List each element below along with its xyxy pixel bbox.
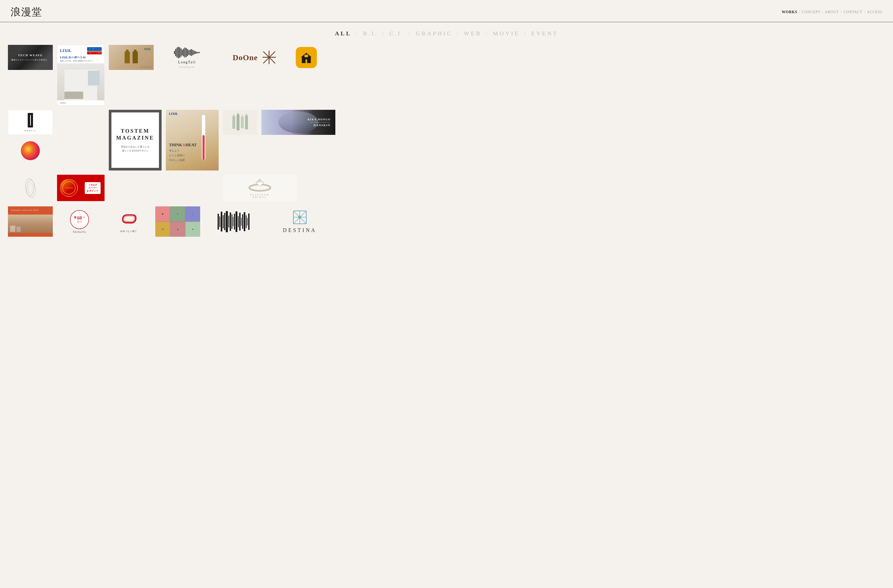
think-heat-content: THINK♨HEAT 考えようヒトと地球にやさしい温度 bbox=[169, 142, 197, 163]
portfolio-row-2: MARVIS TOSTEMMAGAZINE 窓辺から住まいと暮らしを楽しくするW… bbox=[8, 110, 885, 171]
lixil-tagline: 追求したのは、住宅に調和するデザイン。 bbox=[60, 60, 102, 62]
gurunavi-emblem: ぐるなび bbox=[60, 179, 78, 197]
filter-sep-6: / bbox=[524, 30, 530, 37]
filter-sep-3: / bbox=[409, 30, 415, 37]
nav-sep-1: / bbox=[799, 10, 800, 14]
nav-sep-4: / bbox=[864, 10, 865, 14]
danskin-content: RIKA HONGO AS EXERCISED BY DANSKIN bbox=[308, 118, 331, 127]
filter-all[interactable]: ALL bbox=[335, 30, 352, 37]
list-item[interactable]: 松本つなぐ横丁 bbox=[106, 206, 151, 237]
nav-item-about[interactable]: ABOUT bbox=[825, 10, 839, 14]
filter-sep-2: / bbox=[382, 30, 388, 37]
list-item[interactable]: TECH WEAVE繊維からテクノロジーに変える奥深さ。 bbox=[8, 45, 53, 70]
nav-item-concept[interactable]: CONCEPT bbox=[802, 10, 820, 14]
list-item[interactable]: DESTINA bbox=[267, 206, 333, 237]
list-item[interactable]: Lifestyle collection 2016 bbox=[8, 206, 53, 237]
list-item[interactable]: RIKA HONGO AS EXERCISED BY DANSKIN bbox=[262, 110, 335, 135]
filter-bi[interactable]: B.I. bbox=[363, 30, 378, 37]
color-circle bbox=[21, 141, 40, 160]
list-item[interactable]: MM サンプルヘルス bbox=[109, 45, 154, 70]
filter-sep-1: / bbox=[356, 30, 362, 37]
shibata-label: ShibaTa bbox=[73, 230, 86, 233]
nav-sep-3: / bbox=[840, 10, 842, 14]
lixil-new-badge: NEW ワイド登場 bbox=[87, 51, 102, 54]
list-item[interactable]: DoOne bbox=[220, 45, 289, 70]
svg-point-9 bbox=[28, 183, 33, 193]
ring-icon bbox=[244, 178, 276, 192]
list-item[interactable]: MARVIS bbox=[8, 110, 53, 163]
doone-cross-icon bbox=[262, 50, 277, 64]
list-item[interactable]: 食 60 TH 知 力 ShibaTa bbox=[57, 206, 102, 237]
filter-ci[interactable]: C.I. bbox=[389, 30, 404, 37]
lixil-logo: LIXIL bbox=[60, 49, 72, 53]
list-item[interactable] bbox=[293, 45, 320, 70]
sculpture-icon bbox=[23, 177, 38, 198]
filter-web[interactable]: WEB bbox=[464, 30, 481, 37]
list-item[interactable]: ◆ ◇ ○ ★ ▲ ● bbox=[155, 206, 200, 237]
svg-rect-5 bbox=[304, 55, 308, 57]
list-item[interactable]: TOSTEMMAGAZINE 窓辺から住まいと暮らしを楽しくするWEBマガジン bbox=[109, 110, 162, 171]
list-item[interactable]: LIXIL THINK♨HEAT 考えようヒトと地球にやさしい温度 bbox=[166, 110, 219, 171]
lixil-badge: カーポート SC bbox=[87, 47, 102, 51]
filter-event[interactable]: EVENT bbox=[531, 30, 558, 37]
nav-item-access[interactable]: ACCESS bbox=[867, 10, 882, 14]
filter-sep-5: / bbox=[486, 30, 492, 37]
list-item[interactable]: ぐるなび ぐるなび スーパー ● ポイント bbox=[57, 175, 105, 201]
destina-title: DESTINA bbox=[283, 227, 317, 233]
list-item[interactable]: LongTail LiveStation bbox=[158, 45, 216, 70]
lifestyle-title: Lifestyle collection 2016 bbox=[8, 206, 53, 214]
portfolio-row-3: ぐるなび ぐるなび スーパー ● ポイント bbox=[8, 175, 885, 201]
nav-sep-2: / bbox=[822, 10, 823, 14]
list-item[interactable] bbox=[8, 175, 53, 201]
shibata-circle: 食 60 TH 知 力 bbox=[70, 210, 89, 229]
portfolio-row-4: Lifestyle collection 2016 食 60 TH bbox=[8, 206, 885, 237]
barcode-bars bbox=[204, 206, 263, 237]
portfolio-row-1: TECH WEAVE繊維からテクノロジーに変える奥深さ。 LIXIL カーポート… bbox=[8, 45, 885, 106]
house-app-icon bbox=[300, 51, 313, 64]
svg-marker-4 bbox=[301, 53, 311, 63]
lixil-think-brand: LIXIL bbox=[166, 110, 219, 118]
filter-bar: ALL / B.I. / C.I. / GRAPHIC / WEB / MOVI… bbox=[0, 22, 893, 42]
filter-graphic[interactable]: GRAPHIC bbox=[416, 30, 453, 37]
nav-item-works[interactable]: WORKS bbox=[782, 10, 797, 14]
list-item[interactable]: LIXIL カーポート SC NEW ワイド登場 LIXILカーポートSC 追求… bbox=[57, 45, 105, 106]
thermometer bbox=[202, 114, 205, 160]
lixil-footer: 2018.8 bbox=[57, 100, 104, 106]
nav-item-contact[interactable]: CONTACT bbox=[843, 10, 862, 14]
sample-health-label: サンプルヘルス bbox=[140, 66, 152, 68]
marvis-label: MARVIS bbox=[24, 130, 36, 132]
list-item[interactable] bbox=[204, 206, 263, 237]
doone-logo-text: DoOne bbox=[233, 53, 258, 62]
site-title: 浪漫堂 bbox=[11, 5, 42, 19]
matsumoto-text: 松本つなぐ横丁 bbox=[120, 230, 137, 233]
matsumoto-icon bbox=[118, 210, 139, 229]
filter-movie[interactable]: MOVIE bbox=[493, 30, 520, 37]
list-item[interactable]: PLATINUMBRIDAL bbox=[223, 175, 297, 201]
main-nav: WORKS / CONCEPT / ABOUT / CONTACT / ACCE… bbox=[782, 10, 882, 14]
gurunavi-badge: ぐるなび スーパー ● ポイント bbox=[85, 182, 101, 194]
list-item[interactable] bbox=[223, 110, 257, 135]
svg-point-6 bbox=[24, 178, 37, 198]
tostem-subtitle: 窓辺から住まいと暮らしを楽しくするWEBマガジン bbox=[121, 145, 149, 153]
longtail-name: LongTail bbox=[178, 60, 195, 64]
svg-point-7 bbox=[26, 180, 35, 196]
tech-weave-title: TECH WEAVE繊維からテクノロジーに変える奥深さ。 bbox=[11, 53, 50, 62]
bridal-text: PLATINUMBRIDAL bbox=[250, 194, 269, 198]
header: 浪漫堂 WORKS / CONCEPT / ABOUT / CONTACT / … bbox=[0, 0, 893, 22]
destina-logo-icon bbox=[293, 210, 307, 225]
longtail-waves bbox=[174, 47, 200, 58]
filter-sep-4: / bbox=[457, 30, 463, 37]
mm-logo: MM bbox=[144, 47, 150, 51]
tostem-title: TOSTEMMAGAZINE bbox=[116, 128, 154, 141]
svg-point-8 bbox=[27, 181, 33, 195]
lixil-product-title: LIXILカーポートSC bbox=[60, 56, 102, 59]
longtail-sub: LiveStation bbox=[179, 66, 195, 68]
portfolio-grid: TECH WEAVE繊維からテクノロジーに変える奥深さ。 LIXIL カーポート… bbox=[0, 42, 893, 249]
